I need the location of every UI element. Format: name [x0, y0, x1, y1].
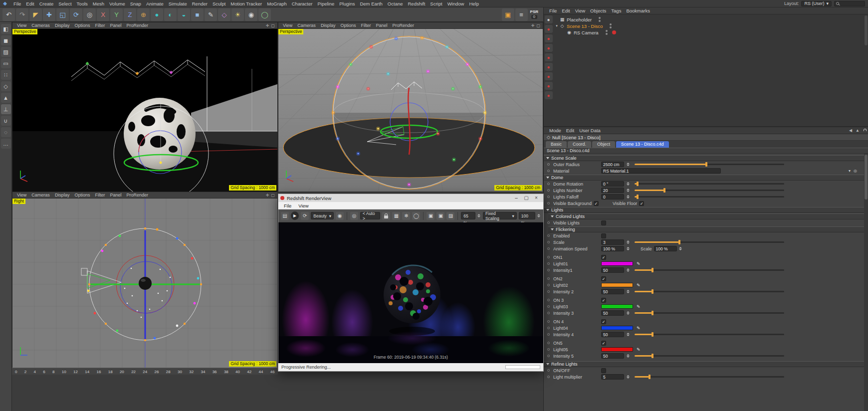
zoom-value[interactable]: 65 %	[461, 212, 475, 219]
app-menu-item[interactable]: Sculpt	[210, 0, 228, 7]
lights-falloff-slider[interactable]	[635, 196, 784, 198]
edge-mode-icon[interactable]: ◇	[1, 81, 11, 91]
light-intensity-stepper[interactable]	[626, 310, 630, 316]
eyedropper-icon[interactable]: ✎	[637, 326, 641, 331]
lights-number-value[interactable]: 20	[601, 188, 624, 193]
eyedropper-icon[interactable]: ✎	[637, 347, 641, 352]
add-environment-icon[interactable]: ◯	[258, 8, 271, 21]
add-light-icon[interactable]: ☀	[231, 8, 244, 21]
viewport-maximize-icon[interactable]: ▢	[271, 22, 275, 29]
object-label[interactable]: Scene 13 - Disco	[567, 23, 603, 29]
app-menu-item[interactable]: File	[11, 0, 23, 7]
redshift-renderview-window[interactable]: Redshift RenderView – ▢ × FileView ▤ ▶ ⟳…	[278, 194, 544, 372]
app-menu-item[interactable]: Simulate	[166, 0, 190, 7]
history-up-icon[interactable]: ▲	[856, 128, 860, 133]
keyframe-dot[interactable]	[547, 290, 550, 293]
scaling-dropdown[interactable]: Fixed Scaling▾	[483, 212, 517, 219]
rs-dome-light-icon[interactable]: ●	[545, 25, 553, 33]
light-intensity-value[interactable]: 50	[601, 310, 624, 316]
rs-volume-icon[interactable]: ●	[545, 91, 553, 99]
psr-indicator[interactable]: PSR 0	[530, 10, 538, 19]
object-manager-menu-item[interactable]: Tags	[609, 7, 624, 14]
object-manager-menu-item[interactable]: Edit	[559, 7, 572, 14]
restart-render-icon[interactable]: ⟳	[301, 212, 309, 220]
app-menu-item[interactable]: Character	[289, 0, 315, 7]
eyedropper-icon[interactable]: ✎	[637, 304, 641, 309]
attribute-tab[interactable]: Scene 13 - Disco.c4d	[616, 141, 669, 148]
outer-radius-value[interactable]: 2500 cm	[601, 162, 624, 167]
app-menu-item[interactable]: Render	[190, 0, 210, 7]
snap-icon[interactable]: ∪	[1, 116, 11, 126]
section-flickering[interactable]: Flickering	[548, 226, 864, 232]
section-scene-scale[interactable]: Scene Scale	[544, 155, 864, 161]
last-tool-icon[interactable]: ◎	[83, 8, 96, 21]
coord-system-icon[interactable]: ⊕	[137, 8, 150, 21]
viewport-pan-icon[interactable]: ✛	[266, 192, 269, 199]
redo-icon[interactable]: ↷	[16, 8, 28, 21]
keyframe-dot[interactable]	[547, 284, 550, 286]
outer-radius-stepper[interactable]	[626, 162, 630, 167]
app-menu-item[interactable]: Window	[445, 0, 467, 7]
object-row[interactable]: ▾ ◇ Scene 13 - Disco	[554, 23, 863, 29]
animation-speed-stepper[interactable]	[626, 246, 630, 251]
lock-z-axis-icon[interactable]: Z	[124, 8, 136, 21]
material-value[interactable]: RS Material.1	[601, 168, 721, 174]
light-on-checkbox[interactable]: ✓	[601, 319, 606, 324]
visibility-dots[interactable]	[610, 23, 612, 29]
light-on-checkbox[interactable]: ✓	[601, 276, 606, 281]
rs-portal-light-icon[interactable]: ●	[545, 53, 553, 61]
scale-value[interactable]: 100 %	[519, 212, 535, 219]
outer-radius-slider[interactable]	[635, 164, 784, 165]
keyframe-dot[interactable]	[547, 327, 550, 329]
keyframe-dot[interactable]	[547, 189, 550, 192]
attribute-scrollbar[interactable]	[864, 154, 868, 411]
animation-speed-value[interactable]: 100 %	[601, 246, 624, 251]
keyframe-dot[interactable]	[547, 369, 550, 372]
attribute-menu-item[interactable]: Edit	[564, 127, 577, 134]
dome-rotation-stepper[interactable]	[626, 181, 630, 187]
viewport-menu-item[interactable]: Options	[338, 22, 358, 29]
attribute-menu-item[interactable]: Mode	[547, 127, 564, 134]
app-menu-item[interactable]: Edit	[23, 0, 36, 7]
add-camera-icon[interactable]: ◉	[245, 8, 257, 21]
search-input[interactable]	[841, 1, 863, 6]
attribute-tab[interactable]: Coord.	[568, 141, 591, 148]
light-color-swatch[interactable]	[601, 347, 633, 352]
keyframe-dot[interactable]	[547, 262, 550, 265]
copy-b-icon[interactable]: ▣	[436, 212, 444, 220]
eyedropper-icon[interactable]: ✎	[637, 261, 641, 266]
minimize-button[interactable]: –	[511, 194, 521, 202]
viewport-menu-item[interactable]: Display	[52, 22, 72, 29]
layout-select[interactable]: RS (User)▾	[801, 1, 832, 6]
keyframe-dot[interactable]	[547, 241, 550, 243]
app-menu-item[interactable]: Volume	[107, 0, 128, 7]
visible-lights-checkbox[interactable]	[601, 220, 606, 225]
object-manager-menu-item[interactable]: File	[547, 7, 559, 14]
freeze-icon[interactable]: ❄	[402, 212, 410, 220]
render-region-icon[interactable]: ◎	[350, 212, 358, 220]
keyframe-dot[interactable]	[547, 221, 550, 224]
light-intensity-slider[interactable]	[635, 312, 784, 314]
lock-y-axis-icon[interactable]: Y	[110, 8, 123, 21]
viewport-maximize-icon[interactable]: ▢	[271, 192, 275, 199]
light-on-checkbox[interactable]: ✓	[601, 298, 606, 303]
light-multiplier-slider[interactable]	[635, 376, 784, 378]
light-multiplier-value[interactable]: 5	[601, 374, 624, 380]
keyframe-dot[interactable]	[547, 170, 550, 172]
section-refine-lights[interactable]: Refine Lights	[544, 361, 864, 367]
viewport-menu-item[interactable]: Filter	[358, 22, 373, 29]
renderview-menu-item[interactable]: File	[280, 202, 295, 209]
keyframe-dot[interactable]	[547, 299, 550, 301]
app-menu-item[interactable]: Plugins	[337, 0, 357, 7]
app-menu-item[interactable]: Tools	[74, 0, 90, 7]
viewport-menu-item[interactable]: ProRender	[390, 22, 417, 29]
lock-icon[interactable]	[382, 212, 390, 220]
viewport-menu-item[interactable]: Options	[72, 22, 92, 29]
snapshot-selector[interactable]: < Auto >	[360, 212, 380, 219]
lock-x-axis-icon[interactable]: X	[97, 8, 109, 21]
app-menu-item[interactable]: Redshift	[406, 0, 428, 7]
light-color-swatch[interactable]	[601, 304, 633, 309]
keyframe-dot[interactable]	[547, 348, 550, 351]
object-row[interactable]: ◉ RS Camera	[554, 29, 863, 35]
close-button[interactable]: ×	[531, 194, 541, 202]
